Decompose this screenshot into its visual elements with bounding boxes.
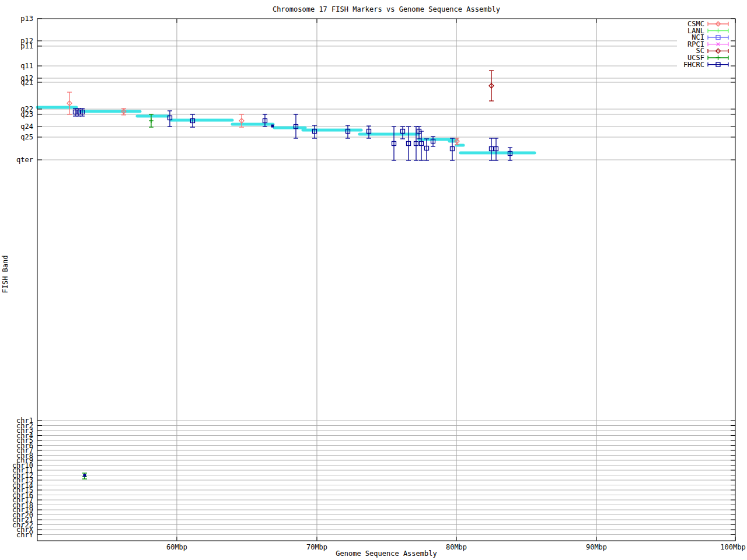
yaxis-label-p11: p11 [20, 42, 33, 50]
legend-label-fhcrc: FHCRC [683, 61, 704, 69]
yaxis-label-q11: q11 [20, 62, 33, 70]
xaxis-label-80Mbp: 80Mbp [446, 543, 467, 551]
yaxis-label-p13: p13 [20, 15, 33, 23]
yaxis-label-qter: qter [16, 156, 33, 164]
gridlines [38, 19, 735, 540]
marker-fhcrc-6 [271, 125, 274, 128]
xaxis-label-70Mbp: 70Mbp [306, 543, 327, 551]
yaxis-label-q23: q23 [20, 110, 33, 118]
yaxis-label-chrY: chrY [16, 531, 34, 539]
axes: p13p12p11q11q12q21q22q23q24q25qterchr1ch… [12, 15, 746, 551]
xaxis-label-100Mbp: 100Mbp [720, 543, 745, 551]
xaxis-label-90Mbp: 90Mbp [586, 543, 607, 551]
yaxis-label-q21: q21 [20, 78, 33, 86]
yaxis-label-q24: q24 [20, 123, 33, 131]
yaxis-label-q25: q25 [20, 133, 33, 141]
chromosome17-fish-plot: p13p12p11q11q12q21q22q23q24q25qterchr1ch… [0, 0, 747, 560]
data-markers [67, 71, 512, 479]
legend: CSMCLANLNCIRPCISCUCSFFHCRC [677, 19, 731, 69]
x-axis-title: Genome Sequence Assembly [336, 550, 437, 558]
plot-border [37, 19, 735, 541]
xaxis-label-60Mbp: 60Mbp [166, 543, 187, 551]
marker-fhcrc-23 [83, 474, 86, 477]
chart-title: Chromosome 17 FISH Markers vs Genome Seq… [273, 5, 500, 13]
y-axis-title: FISH Band [1, 255, 9, 293]
